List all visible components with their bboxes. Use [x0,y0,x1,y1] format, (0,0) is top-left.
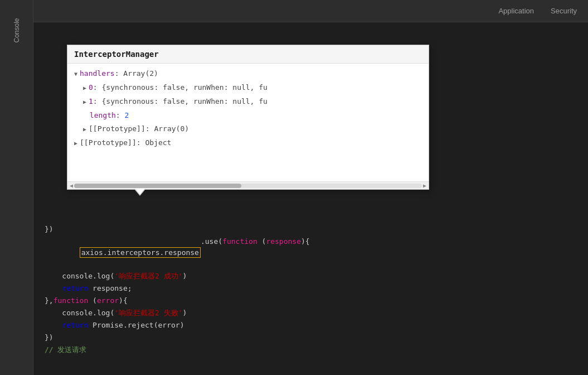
code-line-7: return Promise.reject(error) [39,319,582,331]
code-brace: ){ [301,236,310,247]
code-area: InterceptorManager ▼ handlers : Array(2)… [33,22,588,375]
code-line-1: }) [39,223,582,235]
tooltip-row-0[interactable]: ▶ 0 : {synchronous: false, runWhen: null… [67,81,429,95]
code-str1: '响应拦截器2 成功' [114,271,182,282]
tooltip-title: InterceptorManager [67,45,429,64]
code-console1: console.log( [45,271,114,282]
scrollbar-track[interactable] [74,184,422,188]
code-comment: // 发送请求 [45,344,86,355]
code-promise: Promise.reject(error) [88,320,184,331]
tooltip-popup: InterceptorManager ▼ handlers : Array(2)… [67,45,429,190]
tooltip-body: ▼ handlers : Array(2) ▶ 0 : {synchronous… [67,64,429,181]
prop-proto-array-value: Array(0) [154,123,189,135]
expand-1-icon[interactable]: ▶ [83,96,86,108]
prop-length-value: 2 [124,109,129,122]
prop-proto-obj-value: Object [145,137,171,149]
prop-1-value: {synchronous: false, runWhen: null, fu [102,95,268,108]
expand-handlers-icon[interactable]: ▼ [74,68,77,80]
tab-security[interactable]: Security [551,4,577,18]
code-indent2 [45,320,62,331]
scroll-left-icon[interactable]: ◀ [69,182,74,189]
code-function-kw: function [222,236,257,247]
code-line-6: console.log( '响应拦截器2 失败' ) [39,307,582,319]
scrollbar-thumb[interactable] [74,184,241,188]
tooltip-row-handlers[interactable]: ▼ handlers : Array(2) [67,67,429,81]
tab-application[interactable]: Application [498,4,534,18]
code-brace2: ){ [119,295,128,306]
code-end: }) [45,332,54,343]
prop-handlers-sep: : [115,68,124,80]
code-paren: ( [257,236,266,247]
code-line-comment: // 发送请求 [39,344,582,356]
code-response1: response; [88,283,132,294]
top-bar: Application Security [0,0,588,22]
prop-length-key: length [90,109,116,122]
code-response-param: response [266,236,301,247]
code-close-cb: }, [45,295,54,306]
code-line-highlighted: axios.interceptors.response .use( functi… [39,235,582,270]
code-function2-kw: function [54,295,89,306]
prop-0-key: 0 [89,81,93,94]
tooltip-row-length: length : 2 [67,109,429,122]
tooltip-row-proto-array[interactable]: ▶ [[Prototype]] : Array(0) [67,122,429,136]
tooltip-arrow [134,189,145,196]
code-text: }) [45,224,54,235]
highlighted-code-box: axios.interceptors.response [80,247,201,258]
code-paren2: ( [88,295,97,306]
code-error-param: error [97,295,119,306]
code-line-3: console.log( '响应拦截器2 成功' ) [39,270,582,282]
code-str2: '响应拦截器2 失败' [114,307,182,319]
tooltip-row-1[interactable]: ▶ 1 : {synchronous: false, runWhen: null… [67,95,429,109]
prop-proto-array-key: [[Prototype]] [89,123,145,135]
code-return2: return [62,320,88,331]
tooltip-row-proto-obj[interactable]: ▶ [[Prototype]] : Object [67,136,429,150]
code-indent1 [45,283,62,294]
expand-proto-array-icon[interactable]: ▶ [83,123,86,136]
code-highlight-text: axios.interceptors.response [45,236,201,270]
sidebar-label: Console [13,10,21,43]
code-close1: ) [183,271,187,282]
code-return1: return [62,283,88,294]
scroll-right-icon[interactable]: ▶ [422,182,427,189]
prop-proto-array-sep: : [145,123,154,135]
top-bar-tabs: Application Security [498,4,577,18]
code-line-5: }, function ( error ){ [39,295,582,307]
prop-0-sep: : [93,81,102,94]
code-close2: ) [183,307,187,319]
prop-1-sep: : [93,95,102,108]
prop-0-value: {synchronous: false, runWhen: null, fu [102,81,268,94]
prop-proto-obj-sep: : [137,137,145,149]
left-sidebar: Console [0,0,33,375]
code-block: }) axios.interceptors.response .use( fun… [33,223,588,356]
code-line-8: }) [39,331,582,344]
prop-length-sep: : [116,109,125,122]
expand-proto-obj-icon[interactable]: ▶ [74,137,77,150]
prop-handlers-key: handlers [80,68,115,80]
code-console2: console.log( [45,307,114,319]
code-line-4: return response; [39,282,582,295]
expand-0-icon[interactable]: ▶ [83,82,86,94]
code-use: .use( [201,236,222,247]
prop-1-key: 1 [89,95,93,108]
prop-handlers-value: Array(2) [123,68,158,80]
tooltip-scrollbar[interactable]: ◀ ▶ [67,181,429,189]
prop-proto-obj-key: [[Prototype]] [80,137,137,149]
